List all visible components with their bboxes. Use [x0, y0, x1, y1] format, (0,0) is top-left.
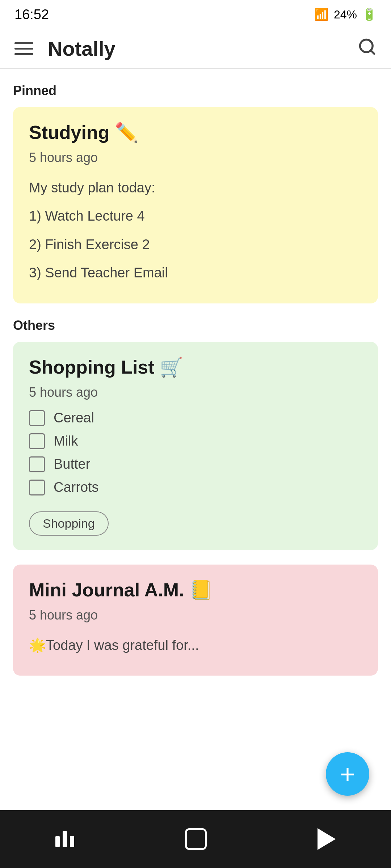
checklist-label-cereal: Cereal [54, 410, 94, 426]
studying-card-body: My study plan today: 1) Watch Lecture 4 … [29, 175, 362, 285]
recent-apps-button[interactable] [55, 831, 74, 847]
studying-card-title: Studying ✏️ [29, 122, 362, 144]
journal-card-title: Mini Journal A.M. 📒 [29, 579, 362, 601]
others-section-label: Others [13, 318, 378, 333]
studying-card[interactable]: Studying ✏️ 5 hours ago My study plan to… [13, 107, 378, 303]
shopping-card-title: Shopping List 🛒 [29, 356, 362, 378]
svg-line-1 [371, 50, 374, 54]
shopping-card[interactable]: Shopping List 🛒 5 hours ago Cereal Milk … [13, 342, 378, 550]
studying-card-time: 5 hours ago [29, 150, 362, 165]
shopping-tag[interactable]: Shopping [29, 511, 109, 536]
checklist-label-butter: Butter [54, 456, 90, 472]
status-bar: 16:52 📶 24% 🔋 [0, 0, 391, 29]
checklist-item-cereal[interactable]: Cereal [29, 410, 362, 426]
study-body-line-2: 1) Watch Lecture 4 [29, 204, 362, 228]
signal-icon: 📶 [314, 8, 329, 21]
checklist-item-butter[interactable]: Butter [29, 456, 362, 472]
journal-card-preview: 🌟Today I was grateful for... [29, 633, 362, 658]
recent-apps-icon [55, 831, 74, 847]
hamburger-menu-button[interactable] [14, 42, 33, 55]
top-bar-left: Notally [14, 37, 115, 60]
nav-bar [0, 810, 391, 868]
checkbox-butter[interactable] [29, 456, 45, 472]
top-bar: Notally [0, 29, 391, 69]
journal-preview-text: 🌟Today I was grateful for... [29, 633, 362, 658]
battery-icon: 🔋 [362, 8, 377, 21]
checklist-item-milk[interactable]: Milk [29, 433, 362, 449]
back-icon [318, 828, 336, 850]
others-section: Others Shopping List 🛒 5 hours ago Cerea… [13, 318, 378, 676]
checklist-item-carrots[interactable]: Carrots [29, 480, 362, 495]
status-icons: 📶 24% 🔋 [314, 8, 377, 21]
journal-card[interactable]: Mini Journal A.M. 📒 5 hours ago 🌟Today I… [13, 565, 378, 676]
home-button[interactable] [185, 828, 207, 850]
study-body-line-1: My study plan today: [29, 175, 362, 200]
journal-card-time: 5 hours ago [29, 608, 362, 623]
home-icon [185, 828, 207, 850]
checklist-label-milk: Milk [54, 433, 78, 449]
main-content: Pinned Studying ✏️ 5 hours ago My study … [0, 69, 391, 701]
checkbox-carrots[interactable] [29, 480, 45, 495]
status-time: 16:52 [14, 7, 49, 22]
search-button[interactable] [358, 37, 377, 60]
checklist-label-carrots: Carrots [54, 480, 99, 495]
checkbox-milk[interactable] [29, 433, 45, 449]
checkbox-cereal[interactable] [29, 410, 45, 426]
back-button[interactable] [318, 828, 336, 850]
add-note-fab[interactable]: + [326, 752, 369, 796]
battery-text: 24% [334, 8, 357, 21]
app-title: Notally [48, 37, 115, 60]
study-body-line-4: 3) Send Teacher Email [29, 260, 362, 285]
shopping-card-time: 5 hours ago [29, 385, 362, 400]
study-body-line-3: 2) Finish Exercise 2 [29, 232, 362, 257]
pinned-section-label: Pinned [13, 83, 378, 98]
fab-plus-icon: + [340, 759, 355, 789]
